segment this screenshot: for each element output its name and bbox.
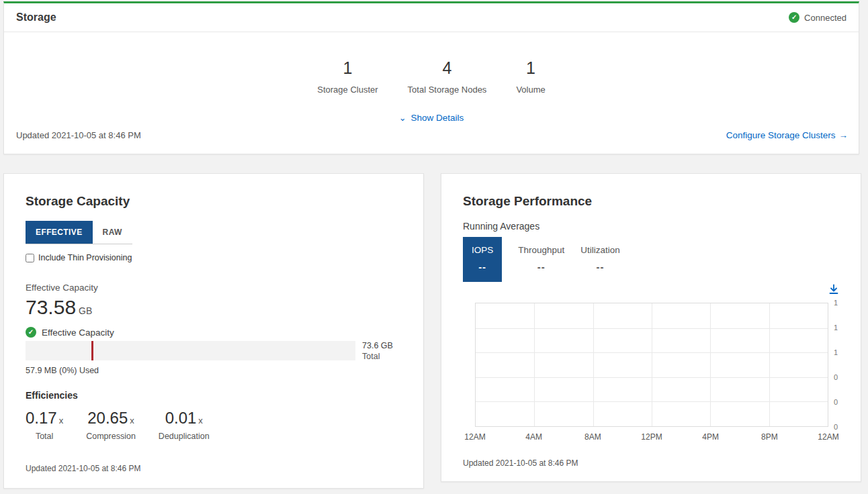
chart-gridline-horizontal <box>476 352 828 353</box>
storage-dashboard: { "colors": { "accent": "#17518C", "link… <box>0 0 868 494</box>
perf-tab-value: -- <box>518 261 564 273</box>
tab-effective[interactable]: EFFECTIVE <box>26 221 93 244</box>
storage-updated-timestamp: Updated 2021-10-05 at 8:46 PM <box>16 130 141 140</box>
chevron-down-icon: ⌄ <box>399 115 406 121</box>
tab-throughput[interactable]: Throughput -- <box>518 237 564 273</box>
arrow-right-icon: → <box>839 130 849 140</box>
connection-status-label: Connected <box>804 13 847 23</box>
chart-x-tick-label: 8PM <box>761 432 778 442</box>
chart-y-tick-label: 1 <box>834 324 838 332</box>
effective-capacity-value: 73.58 <box>26 296 76 319</box>
thin-provisioning-checkbox[interactable] <box>26 254 34 262</box>
configure-link-label: Configure Storage Clusters <box>726 130 836 140</box>
stat-label: Volume <box>516 85 545 95</box>
effective-capacity-unit: GB <box>79 305 92 316</box>
chart-gridline-vertical <box>593 303 594 426</box>
effective-capacity-label: Effective Capacity <box>26 283 98 293</box>
capacity-total-label: Total <box>362 351 393 362</box>
efficiency-value: 20.65 <box>87 409 128 428</box>
chart-gridline-horizontal <box>476 401 828 402</box>
chart-y-tick-label: 0 <box>834 423 838 431</box>
stat-value: 1 <box>317 58 378 78</box>
perf-tab-label: IOPS <box>472 245 493 255</box>
capacity-usage-bar <box>26 341 355 360</box>
capacity-used-label: 57.9 MB (0%) Used <box>26 366 99 375</box>
performance-chart: 12AM4AM8AM12PM4PM8PM12AM 111000 <box>475 303 828 427</box>
capacity-bar-label: Effective Capacity <box>42 328 114 338</box>
storage-capacity-card: Storage Capacity EFFECTIVE RAW Include T… <box>3 173 424 489</box>
capacity-total-value: 73.6 GB <box>362 340 393 351</box>
performance-tabs: IOPS -- Throughput -- Utilization -- <box>463 237 620 282</box>
perf-tab-value: -- <box>472 261 493 273</box>
effective-capacity-value-row: 73.58 GB <box>26 296 92 319</box>
chart-gridline-horizontal <box>476 328 828 329</box>
chart-x-tick-label: 12AM <box>464 432 485 442</box>
capacity-total: 73.6 GB Total <box>362 340 393 362</box>
stat-total-storage-nodes: 4 Total Storage Nodes <box>408 58 487 95</box>
chart-x-tick-label: 8AM <box>584 432 601 442</box>
efficiency-label: Compression <box>86 432 136 441</box>
download-icon <box>828 284 839 295</box>
connected-check-icon: ✓ <box>789 12 799 23</box>
efficiency-value: 0.01 <box>165 409 197 428</box>
configure-storage-clusters-link[interactable]: Configure Storage Clusters → <box>726 130 848 140</box>
storage-card: Storage ✓ Connected 1 Storage Cluster 4 … <box>3 1 859 154</box>
capacity-updated-timestamp: Updated 2021-10-05 at 8:46 PM <box>26 464 140 473</box>
chart-x-tick-label: 12AM <box>818 432 838 442</box>
chart-x-tick-label: 4PM <box>702 432 719 442</box>
chart-gridline-vertical <box>534 303 535 426</box>
chart-y-tick-label: 1 <box>834 348 838 356</box>
tab-iops[interactable]: IOPS -- <box>463 237 502 282</box>
efficiency-suffix: x <box>130 415 134 426</box>
chart-gridline-vertical <box>652 303 652 426</box>
capacity-card-title: Storage Capacity <box>26 194 130 209</box>
stat-label: Total Storage Nodes <box>408 85 487 95</box>
efficiency-value: 0.17 <box>26 409 57 428</box>
efficiency-deduplication: 0.01 x Deduplication <box>159 409 210 441</box>
perf-tab-value: -- <box>580 261 620 273</box>
efficiency-label: Deduplication <box>159 432 210 441</box>
storage-card-header: Storage ✓ Connected <box>4 3 859 32</box>
efficiency-suffix: x <box>59 415 64 426</box>
chart-gridline-horizontal <box>476 377 828 378</box>
stat-label: Storage Cluster <box>317 85 378 95</box>
show-details-label: Show Details <box>411 113 464 123</box>
chart-y-tick-label: 1 <box>834 299 838 307</box>
chart-y-tick-label: 0 <box>834 373 838 381</box>
stat-value: 1 <box>516 58 545 78</box>
efficiency-label: Total <box>26 432 63 441</box>
stat-storage-cluster: 1 Storage Cluster <box>317 58 378 95</box>
storage-stats: 1 Storage Cluster 4 Total Storage Nodes … <box>317 58 546 95</box>
perf-tab-label: Utilization <box>580 245 620 255</box>
chart-gridline-vertical <box>710 303 711 426</box>
tab-utilization[interactable]: Utilization -- <box>580 237 620 273</box>
stat-value: 4 <box>408 58 487 78</box>
storage-performance-card: Storage Performance Running Averages IOP… <box>441 173 861 482</box>
chart-gridline-vertical <box>769 303 770 426</box>
efficiencies-row: 0.17 x Total 20.65 x Compression 0.01 x … <box>26 409 210 441</box>
capacity-check-icon: ✓ <box>26 327 36 338</box>
storage-card-title: Storage <box>16 11 56 23</box>
tab-raw[interactable]: RAW <box>93 221 132 244</box>
capacity-bar-marker <box>91 341 93 360</box>
efficiency-compression: 20.65 x Compression <box>86 409 136 441</box>
chart-y-tick-label: 0 <box>834 398 838 406</box>
perf-tab-label: Throughput <box>518 245 564 255</box>
efficiency-total: 0.17 x Total <box>26 409 63 441</box>
chart-x-tick-label: 12PM <box>641 432 662 442</box>
stat-volume: 1 Volume <box>516 58 545 95</box>
show-details-button[interactable]: ⌄ Show Details <box>399 113 464 123</box>
connection-status: ✓ Connected <box>789 12 847 23</box>
thin-provisioning-checkbox-row[interactable]: Include Thin Provisioning <box>26 253 132 262</box>
chart-x-tick-label: 4AM <box>525 432 542 442</box>
performance-card-title: Storage Performance <box>463 194 592 209</box>
capacity-bar-title-row: ✓ Effective Capacity <box>26 327 114 338</box>
download-chart-button[interactable] <box>827 283 840 298</box>
performance-subtitle: Running Averages <box>463 221 539 232</box>
capacity-tabs: EFFECTIVE RAW <box>26 221 132 244</box>
thin-provisioning-label: Include Thin Provisioning <box>38 253 132 262</box>
efficiency-suffix: x <box>198 415 203 426</box>
performance-chart-plot <box>475 303 828 427</box>
performance-updated-timestamp: Updated 2021-10-05 at 8:46 PM <box>463 458 578 468</box>
efficiencies-title: Efficiencies <box>26 390 78 401</box>
